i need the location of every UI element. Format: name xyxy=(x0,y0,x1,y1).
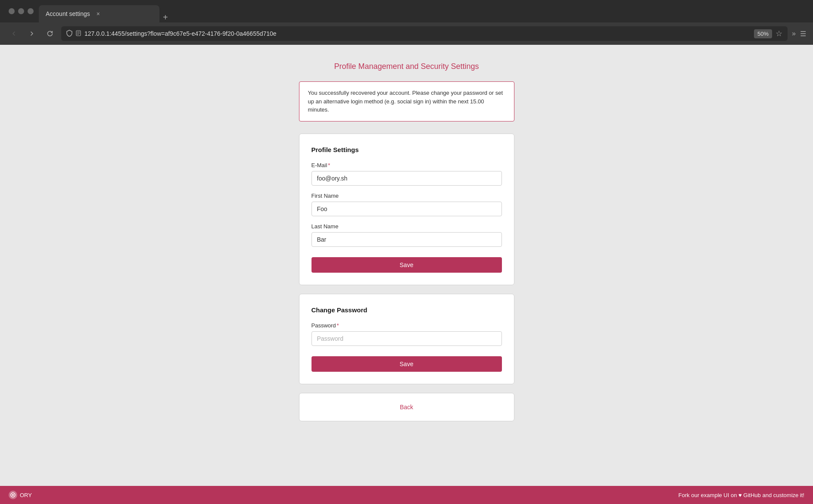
ory-logo-icon xyxy=(9,491,17,499)
address-text: 127.0.0.1:4455/settings?flow=af9c67e5-e4… xyxy=(84,30,751,37)
bookmark-button[interactable]: ☆ xyxy=(776,29,782,38)
shield-icon xyxy=(66,30,72,38)
address-bar[interactable]: 127.0.0.1:4455/settings?flow=af9c67e5-e4… xyxy=(61,26,788,41)
password-input[interactable] xyxy=(311,331,502,346)
profile-settings-card: Profile Settings E-Mail* First Name Last… xyxy=(299,134,514,285)
tab-close-button[interactable]: × xyxy=(94,10,102,18)
back-link[interactable]: Back xyxy=(311,400,502,414)
change-password-card: Change Password Password* Save xyxy=(299,294,514,384)
traffic-lights xyxy=(5,8,34,14)
tab-title: Account settings xyxy=(46,10,90,17)
traffic-light-close[interactable] xyxy=(9,8,15,14)
alert-box: You successfully recovered your account.… xyxy=(299,81,514,121)
password-required-star: * xyxy=(337,322,339,329)
first-name-input[interactable] xyxy=(311,202,502,216)
email-required-star: * xyxy=(328,162,330,168)
last-name-label: Last Name xyxy=(311,223,502,230)
footer: ORY Fork our example UI on ♥ GitHub and … xyxy=(0,486,813,504)
password-label: Password* xyxy=(311,322,502,329)
footer-logo-text: ORY xyxy=(20,492,32,498)
last-name-form-group: Last Name xyxy=(311,223,502,247)
more-tools-button[interactable]: » xyxy=(792,30,796,37)
traffic-light-minimize[interactable] xyxy=(18,8,24,14)
tabs-area: Account settings × + xyxy=(39,0,808,22)
back-card: Back xyxy=(299,393,514,421)
alert-text: You successfully recovered your account.… xyxy=(308,89,505,114)
email-label: E-Mail* xyxy=(311,162,502,168)
active-tab[interactable]: Account settings × xyxy=(39,5,159,22)
menu-button[interactable]: ☰ xyxy=(800,30,806,38)
last-name-input[interactable] xyxy=(311,232,502,247)
page-body: Profile Management and Security Settings… xyxy=(0,45,813,486)
password-save-button[interactable]: Save xyxy=(311,356,502,372)
email-input[interactable] xyxy=(311,171,502,186)
profile-save-button[interactable]: Save xyxy=(311,257,502,273)
forward-button[interactable] xyxy=(25,27,39,40)
footer-logo: ORY xyxy=(9,491,32,499)
navigation-bar: 127.0.0.1:4455/settings?flow=af9c67e5-e4… xyxy=(0,22,813,45)
refresh-button[interactable] xyxy=(43,27,57,40)
page-area: Profile Management and Security Settings… xyxy=(0,45,813,504)
traffic-light-maximize[interactable] xyxy=(28,8,34,14)
email-form-group: E-Mail* xyxy=(311,162,502,186)
page-icon xyxy=(76,30,81,37)
change-password-title: Change Password xyxy=(311,306,502,314)
profile-settings-title: Profile Settings xyxy=(311,146,502,153)
first-name-form-group: First Name xyxy=(311,193,502,216)
password-form-group: Password* xyxy=(311,322,502,346)
first-name-label: First Name xyxy=(311,193,502,199)
svg-point-2 xyxy=(12,494,14,496)
page-title: Profile Management and Security Settings xyxy=(334,62,479,71)
zoom-badge[interactable]: 50% xyxy=(754,29,772,38)
footer-github-text: Fork our example UI on ♥ GitHub and cust… xyxy=(679,492,804,498)
title-bar: Account settings × + xyxy=(0,0,813,22)
new-tab-button[interactable]: + xyxy=(159,12,171,22)
back-button[interactable] xyxy=(7,27,21,40)
